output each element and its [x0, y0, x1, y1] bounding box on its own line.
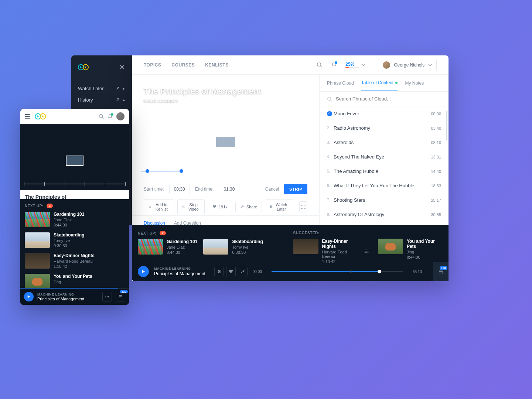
mobile-hero[interactable]: [20, 124, 129, 190]
video-card[interactable]: Gardening 101Jane Diaz8:44:00: [138, 239, 197, 255]
video-timeline[interactable]: [141, 171, 310, 171]
strip-button[interactable]: STRIP: [284, 184, 307, 194]
watch-later-button[interactable]: Watch Later: [265, 200, 293, 214]
search-icon[interactable]: [99, 114, 104, 119]
end-time-input[interactable]: [219, 184, 239, 194]
tab-table-of-content[interactable]: Table of Content: [361, 80, 398, 91]
bookmark-icon: [270, 205, 272, 209]
queue-button[interactable]: 120: [116, 292, 125, 301]
nextup-section: NEXT UP: 2 Gardening 101Jane Diaz8:44:00…: [138, 231, 287, 264]
video-timeline[interactable]: [24, 184, 125, 184]
video-title: The Principles of Management: [144, 86, 307, 96]
toc-item[interactable]: 6.What If They Let You Run The Hubble18:…: [320, 178, 449, 193]
video-hero[interactable]: The Principles of Management KHAN ACADEM…: [132, 75, 319, 180]
scissors-icon: [182, 205, 185, 209]
cancel-button[interactable]: Cancel: [265, 187, 279, 192]
card-author: Jing: [407, 250, 443, 254]
video-card[interactable]: SkateboardingTomy Ive0:30:30: [25, 232, 125, 248]
like-button[interactable]: 191k: [208, 202, 232, 212]
add-kenlist-button[interactable]: Add to Kenlist: [144, 200, 174, 214]
play-button[interactable]: [24, 292, 34, 301]
action-bar: Add to Kenlist Strip Video 191k Share Wa…: [132, 198, 319, 216]
nextup-label: NEXT UP:: [25, 204, 44, 208]
user-dropdown[interactable]: George Nichols: [378, 59, 437, 71]
nav-topics[interactable]: TOPICS: [144, 62, 161, 68]
video-card[interactable]: SkateboardingTomy Ive0:30:30: [203, 239, 263, 255]
queue-count: 120: [120, 290, 128, 293]
sliders-icon: [217, 269, 221, 274]
fullscreen-button[interactable]: [299, 201, 307, 212]
video-card[interactable]: Easy-Dinner NightsHarvard Food Bereau1:1…: [25, 253, 125, 269]
nav-courses[interactable]: COURSES: [171, 62, 195, 68]
search-input[interactable]: [336, 96, 441, 102]
topbar: TOPICS COURSES KENLISTS 25% George Nicho…: [132, 55, 449, 75]
toc-item[interactable]: 2.Radio Astronomy03:40: [320, 121, 449, 135]
search-icon[interactable]: [317, 62, 322, 68]
toc-title: Radio Astronomy: [334, 125, 431, 131]
card-duration: 8:44:00: [54, 223, 84, 227]
card-author: Harvard Food Bereau: [54, 259, 95, 263]
thumbnail: [203, 239, 228, 255]
toc-num: 3.: [327, 140, 334, 144]
playlist-icon[interactable]: [364, 249, 369, 254]
nav-kenlists[interactable]: KENLISTS: [205, 62, 228, 68]
thumbnail: [293, 239, 318, 254]
svg-point-5: [328, 97, 331, 100]
mobile-title: The Principles of: [25, 194, 125, 199]
video-source: KHAN ACADEMY: [144, 99, 307, 103]
hamburger-icon[interactable]: [25, 114, 31, 119]
play-button[interactable]: [138, 266, 149, 277]
sidebar-item-watch-later[interactable]: Watch Later ▸: [78, 83, 125, 94]
tab-phrase-cloud[interactable]: Phrase Cloud: [327, 81, 354, 91]
svg-point-2: [317, 63, 321, 66]
progress-widget[interactable]: 25%: [345, 62, 365, 68]
card-title: Easy-Dinner Nights: [54, 253, 95, 258]
bell-icon[interactable]: [108, 114, 113, 119]
start-time-input[interactable]: [169, 184, 190, 194]
playlist-settings-button[interactable]: [214, 267, 224, 276]
card-author: Jane Diaz: [167, 245, 197, 249]
card-title: Easy-Dinner Nights: [322, 239, 360, 249]
player-track[interactable]: [272, 271, 403, 272]
bell-icon[interactable]: [331, 62, 337, 68]
toc-title: Moon Fever: [334, 111, 431, 116]
suggested-section: SUGGESTED: Easy-Dinner NightsHarvard Foo…: [293, 231, 443, 264]
avatar[interactable]: [116, 112, 125, 120]
scrollbar[interactable]: [446, 111, 447, 140]
toc-item[interactable]: 4.Beyond The Naked Eye13:31: [320, 150, 449, 164]
sidebar-item-history[interactable]: History ▸: [78, 94, 125, 106]
toc-title: Asteroids: [334, 140, 431, 145]
player-current-time: 00:00: [253, 270, 262, 274]
mobile-player: MACHINE LEARNING Principles of Managemen…: [20, 289, 129, 305]
video-card[interactable]: You and Your PetsJing8:44:00: [378, 239, 443, 259]
close-icon[interactable]: ✕: [119, 63, 125, 72]
thumbnail: [378, 239, 403, 254]
more-button[interactable]: •••: [102, 292, 112, 301]
queue-button[interactable]: 120: [433, 262, 449, 281]
video-card[interactable]: Easy-Dinner NightsHarvard Food Bereau1:1…: [293, 239, 372, 264]
toc-time: 13:31: [431, 155, 441, 159]
card-title: Gardening 101: [54, 212, 84, 217]
toc-item[interactable]: 5.The Amazing Hubble14:40: [320, 164, 449, 178]
card-author: Harvard Food Bereau: [322, 250, 360, 259]
svg-point-8: [219, 271, 220, 272]
player-share-button[interactable]: [238, 267, 248, 276]
progress-bar: [345, 67, 359, 68]
svg-point-12: [99, 115, 103, 118]
toc-item[interactable]: 3.Asteroids08:10: [320, 135, 449, 150]
toc-item[interactable]: 8.Astronomy Or Astrology30:55: [320, 207, 449, 222]
video-card[interactable]: You and Your PetsJing: [25, 274, 125, 289]
player-category: MACHINE LEARNING: [154, 267, 205, 270]
strip-video-button[interactable]: Strip Video: [177, 200, 205, 214]
card-author: Jing: [54, 280, 92, 284]
toc-item[interactable]: Moon Fever00:00: [320, 106, 449, 121]
share-button[interactable]: Share: [235, 202, 262, 212]
video-card[interactable]: Gardening 101Jane Diaz8:44:00: [25, 212, 125, 227]
toc-item[interactable]: 7.Shooting Stars25:17: [320, 193, 449, 207]
card-duration: 0:30:30: [232, 250, 263, 255]
card-author: Jane Diaz: [54, 218, 84, 222]
player-like-button[interactable]: [226, 267, 236, 276]
tab-my-notes[interactable]: My Notes: [405, 81, 424, 91]
toc-num: 4.: [327, 155, 334, 159]
external-icon: [116, 86, 120, 91]
